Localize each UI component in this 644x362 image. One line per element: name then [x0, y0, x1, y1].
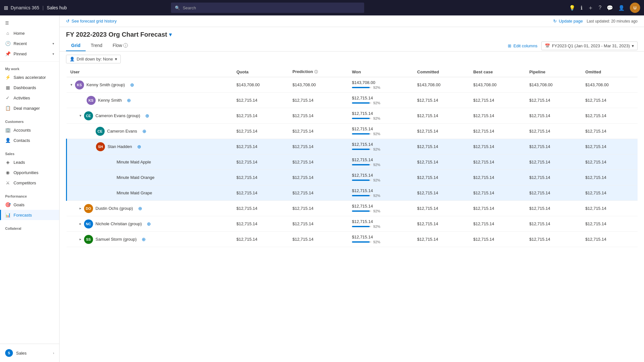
sidebar-item-pinned[interactable]: 📌 Pinned ▾: [0, 49, 59, 59]
user-name: Kenny Smith: [98, 98, 122, 103]
cell-quota: $143,708.00: [232, 77, 289, 93]
user-avatar[interactable]: U: [630, 3, 640, 13]
update-page-button[interactable]: ↻ Update page: [553, 19, 582, 23]
avatar: DO: [84, 204, 93, 213]
user-action-icon[interactable]: ⊕: [142, 237, 146, 242]
help-icon[interactable]: ?: [599, 5, 601, 11]
flow-info-icon[interactable]: i: [123, 43, 128, 48]
edit-columns-button[interactable]: ⊞ Edit columns: [508, 43, 537, 48]
cell-committed: $12,715.14: [413, 93, 469, 108]
sidebar-item-forecasts[interactable]: 📊 Forecasts: [0, 210, 59, 220]
won-bar-row: 92%: [352, 194, 410, 198]
sidebar: ☰ ⌂ Home 🕐 Recent ▾ 📌 Pinned ▾ My work ⚡…: [0, 15, 60, 362]
cell-prediction: $12,715.14: [289, 170, 348, 185]
cell-won: $12,715.14 92%: [348, 93, 413, 108]
sidebar-item-contacts[interactable]: 👤 Contacts: [0, 135, 59, 145]
sidebar-item-competitors[interactable]: ⚔ Competitors: [0, 178, 59, 188]
won-bar-track: [352, 241, 371, 243]
won-bar-track: [352, 195, 371, 196]
add-icon[interactable]: ＋: [588, 4, 593, 12]
tab-flow[interactable]: Flow i: [108, 40, 133, 51]
sidebar-item-dashboards[interactable]: ▦ Dashboards: [0, 82, 59, 93]
user-name: Samuel Storm (group): [96, 237, 137, 242]
people-icon[interactable]: 👤: [618, 5, 625, 11]
search-bar[interactable]: 🔍: [171, 3, 364, 13]
forecast-history-button[interactable]: ↺ See forecast grid history: [66, 19, 117, 23]
tab-trend[interactable]: Trend: [86, 40, 108, 51]
cell-quota: $12,715.14: [232, 93, 289, 108]
cell-pipeline: $12,715.14: [526, 185, 582, 201]
opportunities-icon: ◉: [5, 170, 10, 175]
expand-icon[interactable]: ▸: [80, 237, 81, 241]
sidebar-item-opportunities[interactable]: ◉ Opportunities: [0, 167, 59, 178]
lightbulb-icon[interactable]: 💡: [569, 5, 575, 11]
drill-down-button[interactable]: 👤 Drill down by: None ▾: [66, 55, 121, 63]
cell-pipeline: $12,715.14: [526, 124, 582, 139]
app-logo: ⊞ Dynamics 365 | Sales hub: [4, 5, 67, 11]
content-area: ↺ See forecast grid history ↻ Update pag…: [60, 15, 644, 362]
sidebar-item-activities[interactable]: ✓ Activities: [0, 93, 59, 103]
col-header-omitted: Omitted: [582, 67, 638, 77]
sidebar-menu-toggle[interactable]: ☰: [0, 18, 59, 28]
chat-icon[interactable]: 💬: [607, 5, 613, 11]
contacts-icon: 👤: [5, 138, 10, 143]
user-action-icon[interactable]: ⊕: [142, 128, 147, 134]
period-button[interactable]: 📅 FY2023 Q1 (Jan 01, 2023 - Mar 31, 2023…: [541, 42, 638, 50]
cell-committed: $12,715.14: [413, 185, 469, 201]
info-icon[interactable]: ℹ: [581, 5, 582, 11]
sidebar-item-accounts[interactable]: 🏢 Accounts: [0, 125, 59, 135]
sidebar-top: ☰ ⌂ Home 🕐 Recent ▾ 📌 Pinned ▾: [0, 15, 59, 62]
expand-icon[interactable]: ▸: [80, 206, 81, 210]
sidebar-item-deal-manager[interactable]: 📋 Deal manager: [0, 103, 59, 113]
avatar: CE: [84, 111, 93, 120]
user-name: Kenny Smith (group): [87, 82, 125, 87]
performance-label: Performance: [0, 190, 59, 200]
user-action-icon[interactable]: ⊕: [127, 97, 131, 103]
prediction-info-icon[interactable]: ⓘ: [314, 70, 318, 74]
cell-pipeline: $12,715.14: [526, 154, 582, 170]
home-icon: ⌂: [5, 31, 10, 36]
won-value: $143,708.00: [352, 80, 410, 85]
sidebar-item-recent[interactable]: 🕐 Recent ▾: [0, 38, 59, 49]
sidebar-footer-sales[interactable]: S Sales ›: [0, 347, 59, 359]
user-action-icon[interactable]: ⊕: [137, 144, 141, 150]
user-action-icon[interactable]: ⊕: [147, 221, 151, 227]
won-bar-track: [352, 149, 371, 150]
cell-committed: $12,715.14: [413, 201, 469, 216]
user-name: Minute Maid Apple: [117, 160, 151, 164]
cell-omitted: $12,715.14: [582, 139, 638, 154]
user-action-icon[interactable]: ⊕: [130, 82, 134, 88]
sidebar-label-accelerator: Sales accelerator: [14, 75, 46, 80]
user-action-icon[interactable]: ⊕: [145, 113, 149, 119]
won-value: $12,715.14: [352, 204, 410, 209]
sidebar-item-sales-accelerator[interactable]: ⚡ Sales accelerator: [0, 72, 59, 82]
cell-user: ▸SSSamuel Storm (group)⊕: [67, 232, 233, 247]
cell-omitted: $12,715.14: [582, 108, 638, 124]
expand-icon[interactable]: ▸: [80, 222, 81, 226]
tab-grid[interactable]: Grid: [66, 40, 86, 51]
goals-icon: 🎯: [5, 202, 10, 207]
won-bar-fill: [352, 133, 370, 135]
col-header-won: Won: [348, 67, 413, 77]
sidebar-label-competitors: Competitors: [14, 181, 36, 185]
logo-separator: |: [43, 5, 44, 10]
title-chevron-icon[interactable]: ▾: [169, 32, 172, 38]
user-action-icon[interactable]: ⊕: [138, 206, 142, 211]
cell-bestcase: $12,715.14: [469, 216, 526, 232]
sidebar-item-goals[interactable]: 🎯 Goals: [0, 200, 59, 210]
pin-icon: 📌: [5, 51, 10, 56]
sidebar-item-leads[interactable]: ◈ Leads: [0, 157, 59, 167]
cell-committed: $12,715.14: [413, 154, 469, 170]
tab-trend-label: Trend: [91, 43, 102, 48]
sidebar-item-home[interactable]: ⌂ Home: [0, 28, 59, 38]
expand-icon[interactable]: ▾: [71, 83, 72, 87]
expand-icon[interactable]: ▾: [80, 114, 81, 118]
cell-quota: $12,715.14: [232, 185, 289, 201]
grid-menu-icon[interactable]: ⊞: [4, 5, 8, 11]
sales-section: Sales ◈ Leads ◉ Opportunities ⚔ Competit…: [0, 147, 59, 189]
cell-prediction: $12,715.14: [289, 139, 348, 154]
search-input[interactable]: [183, 5, 360, 10]
won-value: $12,715.14: [352, 111, 410, 116]
cell-prediction: $12,715.14: [289, 124, 348, 139]
cell-user: Minute Maid Orange: [67, 170, 233, 185]
